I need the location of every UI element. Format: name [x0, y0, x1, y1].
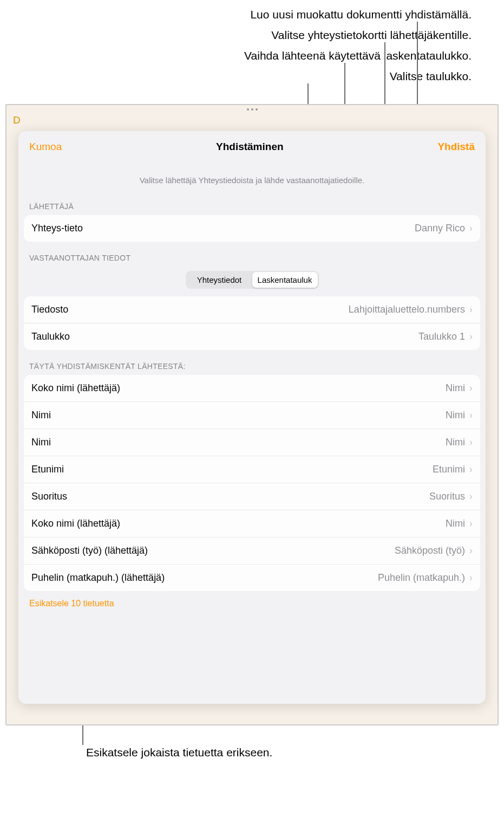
field-value: Nimi: [446, 518, 465, 529]
field-value: Suoritus: [429, 491, 465, 502]
fields-section-label: TÄYTÄ YHDISTÄMISKENTÄT LÄHTEESTÄ:: [18, 350, 486, 375]
chevron-right-icon: ›: [469, 383, 473, 394]
field-label: Etunimi: [31, 464, 433, 475]
field-value: Puhelin (matkapuh.): [378, 572, 465, 584]
merge-button[interactable]: Yhdistä: [437, 141, 475, 153]
chevron-right-icon: ›: [469, 464, 473, 475]
callout-change-spreadsheet: Vaihda lähteenä käytettävä laskentataulu…: [244, 49, 472, 62]
table-value: Taulukko 1: [418, 331, 465, 342]
field-row[interactable]: Koko nimi (lähettäjä)Nimi›: [24, 375, 480, 402]
field-label: Nimi: [31, 410, 446, 421]
fields-group: Koko nimi (lähettäjä)Nimi›NimiNimi›NimiN…: [24, 375, 480, 591]
chevron-right-icon: ›: [469, 491, 473, 502]
field-row[interactable]: Sähköposti (työ) (lähettäjä)Sähköposti (…: [24, 537, 480, 565]
table-label: Taulukko: [31, 331, 418, 342]
table-row[interactable]: Taulukko Taulukko 1 ›: [24, 323, 480, 350]
field-value: Etunimi: [433, 464, 465, 475]
field-value: Nimi: [446, 383, 465, 394]
callout-sender-contact: Valitse yhteystietokortti lähettäjäkenti…: [271, 29, 472, 42]
mail-merge-modal: Kumoa Yhdistäminen Yhdistä Valitse lähet…: [18, 131, 486, 704]
field-row[interactable]: NimiNimi›: [24, 402, 480, 429]
segment-spreadsheet[interactable]: Laskentatauluk: [252, 272, 318, 288]
field-label: Puhelin (matkapuh.) (lähettäjä): [31, 572, 378, 584]
field-row[interactable]: Koko nimi (lähettäjä)Nimi›: [24, 510, 480, 537]
sender-contact-row[interactable]: Yhteys-tieto Danny Rico ›: [24, 215, 480, 242]
modal-title: Yhdistäminen: [216, 141, 284, 153]
file-value: Lahjoittajaluettelo.numbers: [349, 304, 465, 315]
chevron-right-icon: ›: [469, 437, 473, 448]
sender-section-label: LÄHETTÄJÄ: [18, 190, 486, 215]
chevron-right-icon: ›: [469, 410, 473, 421]
field-row[interactable]: NimiNimi›: [24, 429, 480, 456]
field-value: Nimi: [446, 437, 465, 448]
field-value: Sähköposti (työ): [395, 545, 465, 556]
callout-preview: Esikatsele jokaista tietuetta erikseen.: [86, 746, 272, 759]
recipient-source-segmented: Yhteystiedot Laskentatauluk: [186, 271, 319, 289]
file-label: Tiedosto: [31, 304, 349, 315]
field-label: Nimi: [31, 437, 446, 448]
field-row[interactable]: EtunimiEtunimi›: [24, 456, 480, 483]
sender-group: Yhteys-tieto Danny Rico ›: [24, 215, 480, 242]
callout-select-table: Valitse taulukko.: [390, 70, 472, 83]
field-label: Suoritus: [31, 491, 429, 502]
chevron-right-icon: ›: [469, 223, 473, 234]
recipient-section-label: VASTAANOTTAJAN TIEDOT: [18, 242, 486, 267]
field-row[interactable]: SuoritusSuoritus›: [24, 483, 480, 510]
source-group: Tiedosto Lahjoittajaluettelo.numbers › T…: [24, 296, 480, 350]
file-row[interactable]: Tiedosto Lahjoittajaluettelo.numbers ›: [24, 296, 480, 323]
chevron-right-icon: ›: [469, 331, 473, 342]
chevron-right-icon: ›: [469, 572, 473, 584]
chevron-right-icon: ›: [469, 304, 473, 315]
field-row[interactable]: Puhelin (matkapuh.) (lähettäjä)Puhelin (…: [24, 565, 480, 591]
callout-merge: Luo uusi muokattu dokumentti yhdistämäll…: [250, 8, 472, 21]
modal-subtitle: Valitse lähettäjä Yhteystiedoista ja läh…: [18, 159, 486, 190]
field-label: Koko nimi (lähettäjä): [31, 518, 446, 529]
segment-contacts[interactable]: Yhteystiedot: [187, 272, 252, 288]
field-value: Nimi: [446, 410, 465, 421]
modal-header: Kumoa Yhdistäminen Yhdistä: [18, 131, 486, 159]
cancel-button[interactable]: Kumoa: [29, 141, 62, 153]
sender-contact-value: Danny Rico: [415, 223, 465, 234]
toolbar-documents: D: [13, 114, 21, 126]
field-label: Sähköposti (työ) (lähettäjä): [31, 545, 395, 556]
chevron-right-icon: ›: [469, 518, 473, 529]
preview-records-link[interactable]: Esikatsele 10 tietuetta: [18, 591, 125, 616]
field-label: Koko nimi (lähettäjä): [31, 383, 446, 394]
chevron-right-icon: ›: [469, 545, 473, 556]
sender-contact-label: Yhteys-tieto: [31, 223, 415, 234]
